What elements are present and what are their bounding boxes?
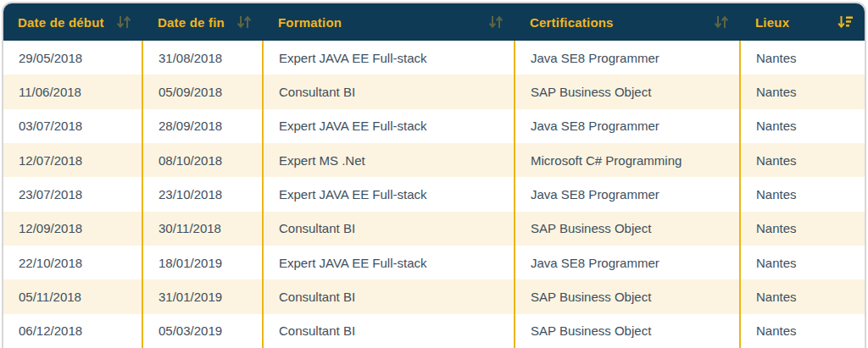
cell-date-fin: 31/01/2019 — [143, 279, 264, 313]
cell-certifications: Java SE8 Programmer — [515, 177, 741, 211]
column-header-formation[interactable]: Formation — [264, 3, 515, 41]
cell-formation: Expert MS .Net — [264, 143, 515, 177]
table-row: 12/09/2018 30/11/2018 Consultant BI SAP … — [3, 212, 865, 246]
cell-date-fin: 31/08/2018 — [143, 41, 264, 75]
cell-certifications: SAP Business Object — [515, 279, 741, 313]
cell-date-debut: 11/06/2018 — [3, 75, 143, 108]
sort-both-icon[interactable] — [488, 15, 504, 29]
cell-date-debut: 23/07/2018 — [3, 177, 143, 211]
table-row: 22/10/2018 18/01/2019 Expert JAVA EE Ful… — [3, 246, 865, 279]
column-header-lieux[interactable]: Lieux — [741, 3, 865, 41]
cell-date-debut: 06/12/2018 — [3, 314, 143, 348]
cell-date-debut: 03/07/2018 — [3, 109, 143, 143]
cell-date-debut: 29/05/2018 — [3, 41, 143, 75]
cell-lieux: Nantes — [741, 109, 865, 143]
column-label-date-debut: Date de début — [18, 15, 104, 30]
column-label-formation: Formation — [278, 15, 342, 30]
cell-certifications: Java SE8 Programmer — [515, 246, 741, 279]
table-row: 23/07/2018 23/10/2018 Expert JAVA EE Ful… — [3, 177, 865, 211]
table-row: 12/07/2018 08/10/2018 Expert MS .Net Mic… — [3, 143, 865, 177]
cell-formation: Expert JAVA EE Full-stack — [264, 41, 515, 75]
cell-certifications: Java SE8 Programmer — [515, 109, 741, 143]
cell-certifications: Java SE8 Programmer — [515, 41, 741, 75]
table-body: 29/05/2018 31/08/2018 Expert JAVA EE Ful… — [3, 41, 865, 348]
column-header-date-debut[interactable]: Date de début — [3, 3, 143, 41]
cell-date-fin: 05/03/2019 — [143, 314, 264, 348]
cell-certifications: SAP Business Object — [515, 314, 741, 348]
cell-formation: Expert JAVA EE Full-stack — [264, 246, 515, 279]
column-header-date-fin[interactable]: Date de fin — [143, 3, 264, 41]
column-label-date-fin: Date de fin — [158, 15, 225, 30]
cell-lieux: Nantes — [741, 75, 865, 108]
cell-certifications: SAP Business Object — [515, 75, 741, 108]
cell-formation: Consultant BI — [264, 279, 515, 313]
cell-lieux: Nantes — [741, 279, 865, 313]
cell-date-fin: 18/01/2019 — [143, 246, 264, 279]
cell-lieux: Nantes — [741, 314, 865, 348]
cell-date-fin: 05/09/2018 — [143, 75, 264, 108]
sort-both-icon[interactable] — [236, 15, 252, 29]
cell-formation: Consultant BI — [264, 314, 515, 348]
cell-lieux: Nantes — [741, 246, 865, 279]
cell-formation: Expert JAVA EE Full-stack — [264, 177, 515, 211]
cell-date-fin: 28/09/2018 — [143, 109, 264, 143]
table-row: 29/05/2018 31/08/2018 Expert JAVA EE Ful… — [3, 41, 865, 75]
cell-formation: Expert JAVA EE Full-stack — [264, 109, 515, 143]
sort-both-icon[interactable] — [714, 15, 729, 29]
cell-lieux: Nantes — [741, 212, 865, 246]
cell-certifications: Microsoft C# Programming — [515, 143, 741, 177]
column-header-certifications[interactable]: Certifications — [515, 3, 741, 41]
sort-both-icon[interactable] — [116, 15, 131, 29]
cell-date-debut: 05/11/2018 — [3, 279, 143, 313]
cell-date-fin: 23/10/2018 — [143, 177, 264, 211]
column-label-lieux: Lieux — [755, 15, 789, 30]
table-row: 05/11/2018 31/01/2019 Consultant BI SAP … — [3, 279, 865, 313]
cell-formation: Consultant BI — [264, 212, 515, 246]
cell-date-fin: 08/10/2018 — [143, 143, 264, 177]
cell-date-debut: 12/09/2018 — [3, 212, 143, 246]
cell-date-debut: 22/10/2018 — [3, 246, 143, 279]
formations-table: Date de début Date de fin — [3, 3, 865, 348]
cell-lieux: Nantes — [741, 143, 865, 177]
table-row: 06/12/2018 05/03/2019 Consultant BI SAP … — [3, 314, 865, 348]
cell-lieux: Nantes — [741, 41, 865, 75]
column-label-certifications: Certifications — [530, 15, 614, 30]
cell-date-fin: 30/11/2018 — [143, 212, 264, 246]
cell-lieux: Nantes — [741, 177, 865, 211]
table-row: 03/07/2018 28/09/2018 Expert JAVA EE Ful… — [3, 109, 865, 143]
cell-date-debut: 12/07/2018 — [3, 143, 143, 177]
formations-table-container: Date de début Date de fin — [2, 2, 866, 348]
table-header: Date de début Date de fin — [3, 3, 865, 41]
cell-certifications: SAP Business Object — [515, 212, 741, 246]
sort-amount-down-icon[interactable] — [837, 15, 853, 29]
table-row: 11/06/2018 05/09/2018 Consultant BI SAP … — [3, 75, 865, 108]
cell-formation: Consultant BI — [264, 75, 515, 108]
